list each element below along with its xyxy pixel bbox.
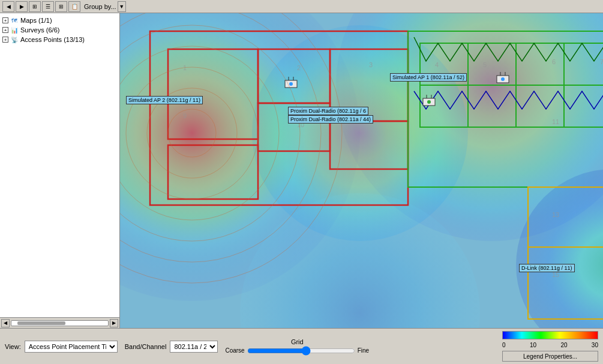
group-by-dropdown[interactable]: ▼ [118,1,126,12]
band-section: Band/Channel 802.11a / 26 [125,341,218,353]
sidebar: + 🗺 Maps (1/1) + 📊 Surveys (6/6) + 📡 Acc… [0,13,120,328]
scroll-right-btn[interactable]: ▶ [110,319,118,327]
maps-label: Maps (1/1) [20,17,52,24]
legend-bar [502,331,598,339]
group-by-label: Group by... [84,3,116,10]
legend-properties-btn[interactable]: Legend Properties... [502,351,598,362]
grid-label: Grid [291,338,304,345]
view-dropdown[interactable]: Access Point Placement Tip [25,341,118,353]
map-area[interactable]: Simulated AP 1 (802.11a / 52) Simulated … [120,13,603,328]
legend-val-10: 10 [530,342,536,348]
tree-area: + 🗺 Maps (1/1) + 📊 Surveys (6/6) + 📡 Acc… [0,13,119,317]
grid-section: Grid Coarse Fine [225,338,369,355]
legend-val-20: 20 [560,342,567,348]
bottom-bar: View: Access Point Placement Tip Band/Ch… [0,328,603,364]
toolbar-btn-6[interactable]: 📋 [68,1,80,12]
surveys-icon: 📊 [10,26,19,34]
toolbar: ◀ ▶ ⊞ ☰ ⊞ 📋 Group by... ▼ [0,0,603,13]
grid-slider[interactable] [247,347,355,355]
tree-item-surveys[interactable]: + 📊 Surveys (6/6) [2,25,117,35]
legend-val-0: 0 [502,342,506,348]
scroll-track[interactable] [11,320,109,326]
access-points-toggle[interactable]: + [2,37,8,43]
band-dropdown[interactable]: 802.11a / 26 [170,341,218,353]
surveys-label: Surveys (6/6) [20,26,59,34]
grid-fine-label: Fine [358,347,369,354]
view-section: View: Access Point Placement Tip [5,341,118,353]
legend-section: 0 10 20 30 Legend Properties... [502,331,598,362]
grid-coarse-label: Coarse [225,347,244,354]
access-points-icon: 📡 [10,35,19,44]
maps-toggle[interactable]: + [2,17,8,23]
toolbar-btn-4[interactable]: ☰ [42,1,54,12]
map-canvas [120,13,603,328]
legend-gradient [502,331,598,339]
toolbar-btn-3[interactable]: ⊞ [29,1,41,12]
maps-icon: 🗺 [10,16,19,25]
scroll-thumb [17,321,65,325]
tree-item-access-points[interactable]: + 📡 Access Points (13/13) [2,35,117,44]
toolbar-btn-1[interactable]: ◀ [2,1,14,12]
scroll-left-btn[interactable]: ◀ [1,319,10,327]
scrollbar-area: ◀ ▶ [0,317,119,328]
toolbar-btn-2[interactable]: ▶ [16,1,28,12]
view-label: View: [5,343,21,350]
legend-labels: 0 10 20 30 [502,342,598,348]
band-label: Band/Channel [125,343,167,350]
access-points-label: Access Points (13/13) [20,36,85,43]
tree-item-maps[interactable]: + 🗺 Maps (1/1) [2,16,117,25]
legend-val-30: 30 [592,342,598,348]
toolbar-btn-5[interactable]: ⊞ [55,1,67,12]
surveys-toggle[interactable]: + [2,27,8,33]
